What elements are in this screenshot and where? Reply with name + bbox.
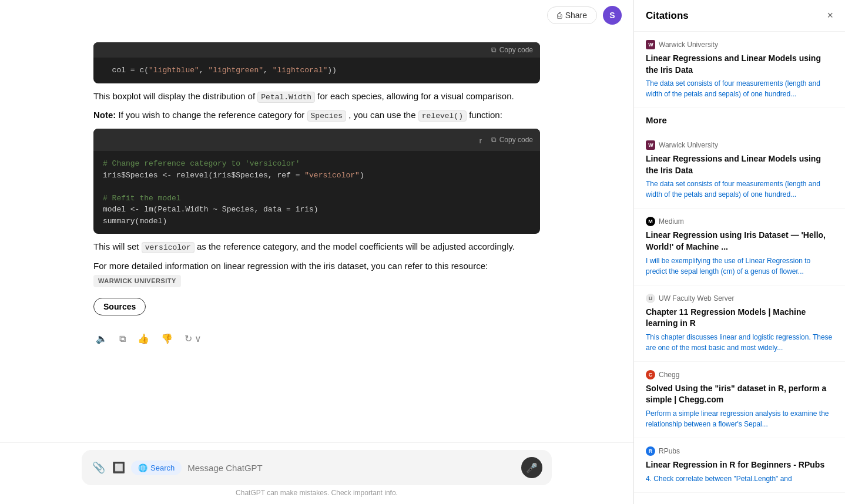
source-name: Warwick University	[659, 141, 718, 149]
source-icon: M	[646, 217, 655, 226]
citation-title: Linear Regressions and Linear Models usi…	[646, 153, 833, 176]
citation-desc: The data set consists of four measuremen…	[646, 179, 833, 200]
code-block-1: ⧉ Copy code col = c("lightblue", "lightg…	[93, 42, 540, 83]
copy-icon-1: ⧉	[491, 46, 497, 54]
input-box: 📎 🔲 🌐 Search 🎤	[82, 450, 552, 485]
inline-code-versicolor: versicolor	[142, 242, 195, 253]
mic-button[interactable]: 🎤	[521, 457, 542, 478]
search-globe-icon: 🌐	[138, 463, 147, 472]
sources-section: Sources	[93, 293, 540, 320]
source-icon: R	[646, 446, 655, 456]
code-content-2: # Change reference category to 'versicol…	[93, 151, 540, 234]
inline-code-petal-width: Petal.Width	[257, 92, 315, 103]
citation-item[interactable]: C Chegg Solved Using the "iris" dataset …	[634, 362, 845, 438]
citations-sidebar: Citations × W Warwick University Linear …	[633, 0, 845, 504]
citation-item[interactable]: R RPubs Linear Regression in R for Begin…	[634, 438, 845, 493]
citation-desc: The data set consists of four measuremen…	[646, 78, 833, 99]
paragraph-1: This boxplot will display the distributi…	[93, 89, 540, 104]
source-icon: W	[646, 40, 655, 49]
share-button[interactable]: ⎙ Share	[547, 6, 597, 24]
code-header-1: ⧉ Copy code	[93, 42, 540, 58]
citations-title: Citations	[646, 10, 689, 22]
share-icon: ⎙	[557, 11, 562, 20]
thumbs-down-button[interactable]: 👎	[159, 331, 175, 347]
input-area: 📎 🔲 🌐 Search 🎤 ChatGPT can make mistakes…	[0, 442, 633, 504]
citation-source: W Warwick University	[646, 40, 833, 49]
paragraph-2: This will set versicolor as the referenc…	[93, 240, 540, 254]
citation-source: U UW Faculty Web Server	[646, 294, 833, 303]
citation-desc: This chapter discusses linear and logist…	[646, 332, 833, 353]
citation-item[interactable]: U UW Faculty Web Server Chapter 11 Regre…	[634, 285, 845, 362]
citation-source: W Warwick University	[646, 140, 833, 150]
tools-button[interactable]: 🔲	[111, 460, 126, 475]
code-header-2: r ⧉ Copy code	[93, 129, 540, 151]
code-content-1: col = c("lightblue", "lightgreen", "ligh…	[93, 58, 540, 83]
source-icon: U	[646, 294, 655, 303]
disclaimer: ChatGPT can make mistakes. Check importa…	[12, 489, 622, 497]
paragraph-3: For more detailed information on linear …	[93, 259, 540, 288]
citation-title: Chapter 11 Regression Models | Machine l…	[646, 307, 833, 330]
source-name: Warwick University	[659, 41, 718, 49]
warwick-badge: WARWICK UNIVERSITY	[93, 275, 181, 288]
input-tools-left: 📎 🔲 🌐 Search	[91, 460, 182, 475]
source-name: RPubs	[659, 447, 680, 455]
attach-button[interactable]: 📎	[91, 460, 106, 475]
citation-source: R RPubs	[646, 446, 833, 456]
copy-icon-2: ⧉	[491, 136, 497, 144]
share-label: Share	[565, 11, 587, 20]
citation-title: Linear Regression using Iris Dataset — '…	[646, 230, 833, 253]
note-paragraph: Note: If you wish to change the referenc…	[93, 108, 540, 123]
copy-code-button-2[interactable]: ⧉ Copy code	[491, 132, 533, 147]
action-bar: 🔈 ⧉ 👍 👎 ↻ ∨	[93, 326, 540, 351]
citations-header: Citations ×	[634, 0, 845, 32]
mic-icon: 🎤	[526, 462, 538, 473]
chat-area: ⧉ Copy code col = c("lightblue", "lightg…	[82, 31, 552, 357]
search-button[interactable]: 🌐 Search	[131, 461, 182, 475]
citation-desc: Perform a simple linear regression analy…	[646, 408, 833, 429]
citation-source: C Chegg	[646, 370, 833, 379]
citation-item[interactable]: W Warwick University Linear Regressions …	[634, 32, 845, 108]
source-icon: W	[646, 140, 655, 150]
citation-desc: 4. Check correlate between "Petal.Length…	[646, 473, 833, 484]
more-label: More	[634, 108, 845, 132]
close-citations-button[interactable]: ×	[827, 9, 833, 22]
citation-title: Solved Using the "iris" dataset in R, pe…	[646, 383, 833, 406]
copy-label-2: Copy code	[499, 136, 533, 144]
avatar: S	[603, 6, 622, 25]
source-name: Chegg	[659, 371, 679, 379]
citation-item[interactable]: W Warwick University Linear Regressions …	[634, 132, 845, 209]
citation-title: Linear Regressions and Linear Models usi…	[646, 53, 833, 76]
inline-code-relevel: relevel()	[418, 110, 467, 122]
citations-list: W Warwick University Linear Regressions …	[634, 32, 845, 493]
source-name: Medium	[659, 217, 684, 226]
message-input[interactable]	[187, 463, 515, 473]
main-content: ⎙ Share S ⧉ Copy code col = c("lightblue…	[0, 0, 633, 504]
copy-code-button-1[interactable]: ⧉ Copy code	[491, 46, 533, 54]
sources-label: Sources	[103, 302, 136, 311]
citation-title: Linear Regression in R for Beginners - R…	[646, 459, 833, 471]
code-lang-2: r	[470, 132, 491, 147]
top-bar: ⎙ Share S	[0, 0, 633, 31]
copy-button[interactable]: ⧉	[117, 331, 128, 347]
speaker-button[interactable]: 🔈	[93, 331, 110, 347]
inline-code-species: Species	[307, 110, 347, 122]
source-icon: C	[646, 370, 655, 379]
copy-label-1: Copy code	[499, 46, 533, 54]
thumbs-up-button[interactable]: 👍	[135, 331, 152, 347]
code-block-2: r ⧉ Copy code # Change reference categor…	[93, 129, 540, 234]
citation-desc: I will be exemplifying the use of Linear…	[646, 256, 833, 277]
citation-source: M Medium	[646, 217, 833, 226]
refresh-button[interactable]: ↻ ∨	[182, 331, 204, 347]
sources-button[interactable]: Sources	[93, 298, 146, 315]
citation-item[interactable]: M Medium Linear Regression using Iris Da…	[634, 209, 845, 285]
source-name: UW Faculty Web Server	[659, 294, 734, 303]
search-label: Search	[150, 463, 175, 472]
